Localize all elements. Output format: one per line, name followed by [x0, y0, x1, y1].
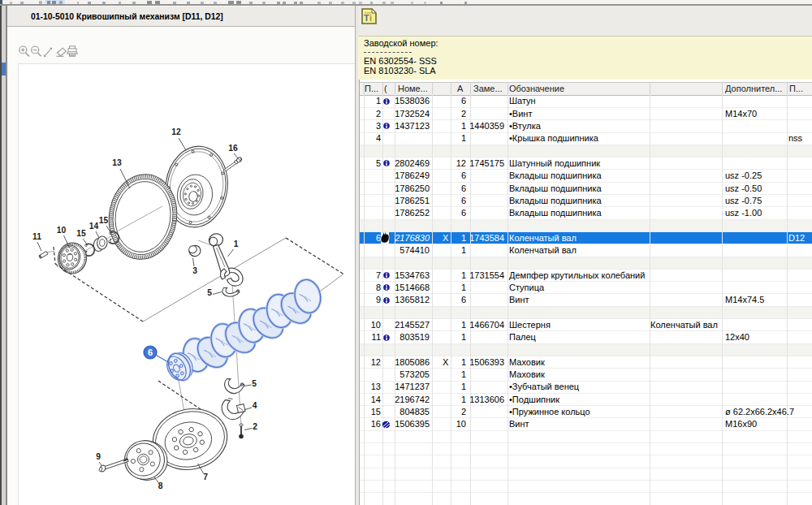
svg-text:11: 11 — [32, 232, 41, 241]
svg-text:9: 9 — [96, 452, 101, 461]
svg-text:7: 7 — [203, 473, 208, 481]
svg-text:16: 16 — [228, 144, 238, 153]
svg-text:15: 15 — [99, 216, 109, 225]
svg-text:10: 10 — [57, 226, 67, 235]
svg-text:14: 14 — [89, 222, 99, 231]
svg-text:5: 5 — [252, 379, 257, 388]
svg-text:12: 12 — [171, 127, 181, 136]
svg-text:13: 13 — [112, 158, 122, 167]
svg-text:3: 3 — [192, 266, 197, 275]
svg-text:15: 15 — [76, 229, 86, 238]
svg-text:5: 5 — [207, 288, 212, 297]
svg-text:2: 2 — [253, 422, 257, 431]
svg-text:1: 1 — [234, 240, 239, 248]
svg-text:i: i — [369, 13, 372, 23]
svg-text:4: 4 — [253, 401, 257, 410]
svg-text:6: 6 — [148, 347, 153, 357]
svg-text:T: T — [364, 13, 369, 23]
